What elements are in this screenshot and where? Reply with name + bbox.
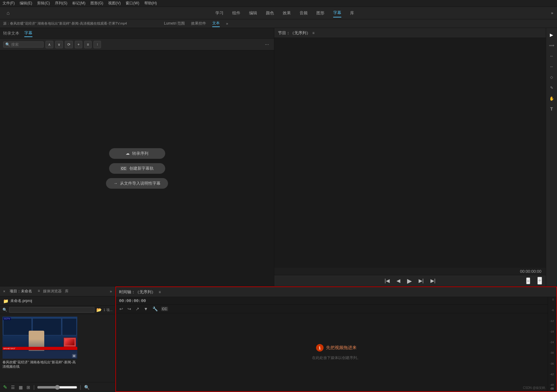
project-title-menu[interactable]: ≡ [38, 289, 40, 294]
add-caption-button[interactable]: + [75, 41, 82, 48]
source-tabs: Lumetri 范围 效果控件 文本 [164, 20, 220, 27]
search-input[interactable] [11, 42, 42, 47]
vu-label-0: 0 [548, 298, 555, 301]
step-forward-button[interactable]: ▶| [417, 277, 425, 284]
align-button[interactable]: ≡ [84, 41, 92, 48]
bin-view-button[interactable]: ⊞ [26, 384, 31, 390]
source-tab-lumetri[interactable]: Lumetri 范围 [164, 20, 185, 27]
nav-learn[interactable]: 学习 [215, 9, 223, 17]
pen-tool[interactable]: ✎ [547, 83, 556, 92]
toolbar-more-button[interactable]: ··· [263, 41, 271, 48]
nav-captions[interactable]: 字幕 [333, 9, 341, 17]
tl-lift-button[interactable]: ↗ [135, 306, 140, 312]
project-tabs: 项目：未命名 ≡ [10, 289, 40, 294]
text-tool[interactable]: T [547, 105, 556, 113]
list-view-button[interactable]: ☰ [10, 384, 16, 390]
project-search-input[interactable] [9, 307, 94, 313]
vu-label-42: -42 [548, 373, 555, 376]
tl-captions-button[interactable]: CC [161, 307, 168, 311]
nav-color[interactable]: 颜色 [266, 9, 274, 17]
vu-label-18: -18 [548, 330, 555, 333]
project-tab-library[interactable]: 库 [65, 289, 69, 294]
tl-redo-button[interactable]: ↪ [127, 306, 132, 312]
menu-help[interactable]: 帮助(H) [144, 1, 157, 6]
nav-library[interactable]: 库 [350, 9, 354, 17]
menu-clip[interactable]: 剪辑(C) [37, 1, 50, 6]
menu-marker[interactable]: 标记(M) [72, 1, 85, 6]
project-tab-media-browser[interactable]: 媒体浏览器 [43, 289, 62, 294]
tl-settings-button[interactable]: 🔧 [151, 306, 159, 312]
media-thumbnail-area: 春风吹暖"花经济" CCTV ⊞ 春风吹暖"花经济" 湖南各地玩出"新花样"-新… [0, 314, 115, 382]
distribute-button[interactable]: ⫶ [94, 41, 101, 48]
rolling-edit-tool[interactable]: ↔ [547, 62, 556, 71]
nav-more[interactable]: » [551, 11, 553, 15]
program-monitor: 节目：（无序列） ≡ 00:00:00:00 |◀ ◀ ▶ ▶| ▶| » + … [274, 28, 557, 286]
nav-down-button[interactable]: ∨ [55, 41, 63, 48]
menu-sequence[interactable]: 序列(S) [55, 1, 67, 6]
menu-file[interactable]: 文件(F) [2, 1, 15, 6]
vu-label-6: -6 [548, 309, 555, 312]
ripple-edit-tool[interactable]: ↔ [547, 52, 556, 60]
timeline-menu-icon[interactable]: ≡ [159, 290, 161, 294]
timeline-content: 1 先把视频拖进来 在此处放下媒体以创建序列。 [116, 313, 556, 391]
nav-edit[interactable]: 编辑 [249, 9, 257, 17]
source-tab-text[interactable]: 文本 [212, 20, 220, 27]
create-track-label: 创建新字幕轨 [129, 166, 154, 171]
footer-search-button[interactable]: 🔍 [84, 384, 90, 390]
project-tab-name[interactable]: 项目：未命名 [10, 289, 32, 294]
go-to-start-button[interactable]: |◀ [383, 277, 391, 284]
menu-window[interactable]: 窗口(W) [126, 1, 139, 6]
main-area: 转录文本 字幕 🔍 ∧ ∨ ⟳ + ≡ ⫶ ··· ☁ 转录序列 CC [0, 28, 557, 286]
nav-effects[interactable]: 效果 [283, 9, 291, 17]
go-to-end-button[interactable]: ▶| [429, 277, 437, 284]
add-button[interactable]: + [537, 277, 542, 285]
vu-label-36: -36 [548, 362, 555, 365]
media-item[interactable]: 春风吹暖"花经济" CCTV ⊞ 春风吹暖"花经济" 湖南各地玩出"新花样"-新… [2, 317, 77, 369]
timeline-timecode[interactable]: 00:00:00:00 [116, 297, 556, 305]
source-tab-effects[interactable]: 效果控件 [191, 20, 206, 27]
menu-view[interactable]: 视图(V) [108, 1, 121, 6]
vu-label-24: -24 [548, 341, 555, 344]
vu-db-label: dB [550, 387, 554, 390]
preview-overlay-icon: ⊞ [72, 354, 76, 358]
project-more-button[interactable]: » [110, 289, 112, 294]
select-tool[interactable]: ▶ [547, 31, 556, 39]
menu-edit[interactable]: 编辑(E) [20, 1, 32, 6]
hand-tool[interactable]: ✋ [547, 94, 556, 103]
nav-up-button[interactable]: ∧ [46, 41, 53, 48]
preview-menu-icon[interactable]: ≡ [312, 31, 315, 35]
refresh-button[interactable]: ⟳ [65, 41, 73, 48]
eraser-tool[interactable]: ◇ [547, 73, 556, 82]
source-more[interactable]: » [226, 21, 228, 26]
tl-undo-button[interactable]: ↩ [118, 306, 124, 312]
drop-circle: 1 [316, 344, 324, 352]
project-close-button[interactable]: × [3, 289, 5, 294]
nav-audio[interactable]: 音频 [300, 9, 308, 17]
vu-scale: 0 -6 -12 -18 -24 -30 -36 -42 -48 [548, 298, 556, 386]
home-icon[interactable]: ⌂ [4, 9, 12, 17]
nav-graphics[interactable]: 图形 [316, 9, 324, 17]
tab-transcript[interactable]: 转录文本 [3, 30, 19, 37]
preview-header: 节目：（无序列） ≡ [274, 28, 557, 38]
zoom-slider[interactable] [37, 385, 77, 390]
media-item-name: 春风吹暖"花经济" 湖南各地玩出"新花样"-新闻-高清视频在线 [2, 360, 77, 369]
timeline-panel: 时间轴：（无序列） ≡ 00:00:00:00 ↩ ↪ ↗ ▼ 🔧 CC 1 先… [115, 286, 557, 392]
project-folder-icon: 📂 [96, 307, 102, 312]
create-caption-track-button[interactable]: CC 创建新字幕轨 [109, 163, 165, 174]
new-item-button[interactable]: ✎ [2, 384, 8, 391]
import-captions-button[interactable]: → 从文件导入说明性字幕 [106, 178, 168, 189]
tool-panel: ▶ ⟹ ↔ ↔ ◇ ✎ ✋ T [546, 28, 557, 286]
tab-captions[interactable]: 字幕 [24, 30, 32, 37]
step-back-button[interactable]: ◀ [395, 277, 402, 284]
tl-extract-button[interactable]: ▼ [143, 306, 149, 312]
menu-graphics[interactable]: 图形(G) [90, 1, 103, 6]
play-button[interactable]: ▶ [405, 276, 414, 285]
nav-components[interactable]: 组件 [232, 9, 240, 17]
drop-hint-text: 先把视频拖进来 [326, 345, 357, 351]
transcribe-sequence-button[interactable]: ☁ 转录序列 [109, 148, 165, 159]
cloud-icon: ☁ [126, 151, 130, 156]
controls-more-button[interactable]: » [526, 277, 530, 284]
time-display: 00:00:00:00 [274, 268, 557, 275]
icon-view-button[interactable]: ▦ [18, 384, 23, 390]
track-select-tool[interactable]: ⟹ [547, 41, 556, 50]
